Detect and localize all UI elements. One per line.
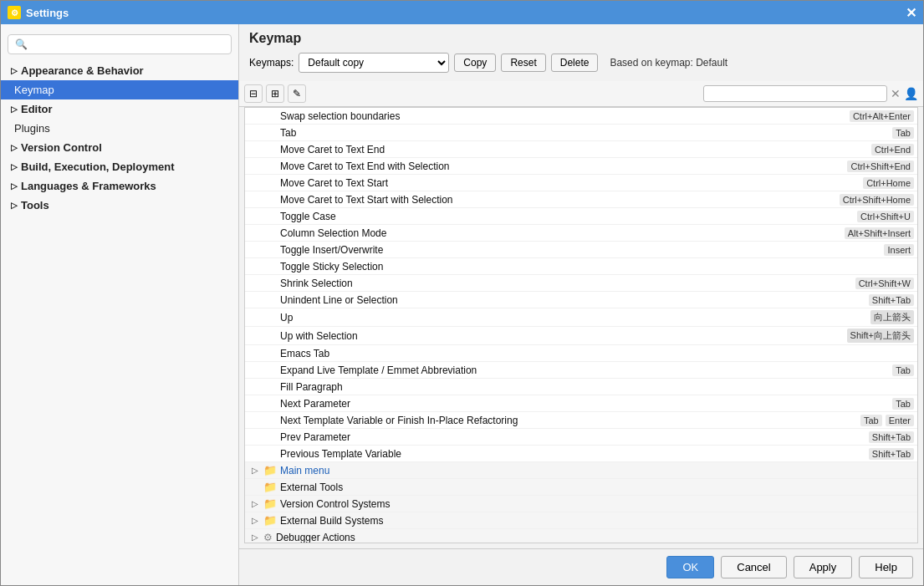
row-label: External Tools <box>280 482 914 493</box>
list-item[interactable]: Previous Template VariableShift+Tab <box>245 446 917 462</box>
sidebar-search-input[interactable] <box>8 34 232 54</box>
sidebar-item-plugins[interactable]: Plugins <box>1 119 238 138</box>
list-item[interactable]: Emacs Tab <box>245 345 917 362</box>
keymap-select[interactable]: Default copy Default <box>299 53 449 73</box>
shortcut-badge: Tab <box>860 415 882 426</box>
list-item[interactable]: Expand Live Template / Emmet Abbreviatio… <box>245 362 917 379</box>
shortcut-badge: Ctrl+Shift+Home <box>840 194 914 206</box>
bottom-bar: OK Cancel Apply Help <box>239 548 923 585</box>
row-label: Version Control Systems <box>280 498 914 510</box>
row-label: Next Template Variable or Finish In-Plac… <box>280 415 857 426</box>
help-button[interactable]: Help <box>859 556 913 578</box>
list-item[interactable]: Unindent Line or SelectionShift+Tab <box>245 292 917 308</box>
sidebar-item-label: Appearance & Behavior <box>21 64 144 77</box>
folder-icon: 📁 <box>263 481 277 493</box>
list-item[interactable]: ▷📁External Build Systems <box>245 512 917 529</box>
sidebar-item-tools[interactable]: ▷ Tools <box>1 196 238 215</box>
copy-button[interactable]: Copy <box>454 54 496 72</box>
list-item[interactable]: TabTab <box>245 125 917 141</box>
collapse-all-button[interactable]: ⊟ <box>244 84 263 103</box>
sidebar-item-version-control[interactable]: ▷ Version Control <box>1 138 238 157</box>
list-item[interactable]: Toggle Sticky Selection <box>245 258 917 275</box>
search-clear-icon[interactable]: ✕ <box>891 87 901 100</box>
shortcut-badge: Ctrl+Home <box>863 177 914 189</box>
list-item[interactable]: Move Caret to Text End with SelectionCtr… <box>245 158 917 175</box>
search-person-icon[interactable]: 👤 <box>904 87 918 100</box>
list-item[interactable]: Up with SelectionShift+向上箭头 <box>245 327 917 345</box>
sidebar-item-label: Editor <box>21 103 53 115</box>
cancel-button[interactable]: Cancel <box>721 556 786 578</box>
expand-icon[interactable]: ▷ <box>252 516 263 525</box>
action-toolbar: ⊟ ⊞ ✎ ✕ 👤 <box>239 81 923 107</box>
row-label: Swap selection boundaries <box>280 110 846 122</box>
list-item[interactable]: 📁External Tools <box>245 479 917 496</box>
sidebar-item-appearance[interactable]: ▷ Appearance & Behavior <box>1 61 238 80</box>
row-label: Column Selection Mode <box>280 227 841 239</box>
sidebar-item-languages[interactable]: ▷ Languages & Frameworks <box>1 176 238 196</box>
based-on-label: Based on keymap: Default <box>610 57 727 69</box>
row-label: Unindent Line or Selection <box>280 294 865 306</box>
expand-icon[interactable]: ▷ <box>252 532 263 542</box>
main-content: ▷ Appearance & Behavior Keymap ▷ Editor … <box>1 24 923 585</box>
row-label: Tab <box>280 127 889 139</box>
shortcut-badge: Tab <box>892 127 914 139</box>
row-label: Next Parameter <box>280 398 889 410</box>
shortcut-badge: Ctrl+Shift+End <box>847 161 914 172</box>
list-item[interactable]: Fill Paragraph <box>245 379 917 395</box>
shortcut-badge: 向上箭头 <box>870 310 914 324</box>
sidebar-item-label: Plugins <box>14 122 50 135</box>
row-label: Toggle Case <box>280 211 854 222</box>
expand-icon[interactable]: ▷ <box>252 499 263 508</box>
shortcut-badge: Shift+Tab <box>869 294 914 306</box>
list-item[interactable]: Up向上箭头 <box>245 308 917 327</box>
main-panel: Keymap Keymaps: Default copy Default Cop… <box>239 24 923 585</box>
keymap-toolbar: Keymaps: Default copy Default Copy Reset… <box>249 53 913 73</box>
delete-button[interactable]: Delete <box>551 54 599 72</box>
row-label: Emacs Tab <box>280 348 914 359</box>
folder-icon: 📁 <box>263 497 277 510</box>
expand-icon: ▷ <box>11 104 18 114</box>
list-item[interactable]: Toggle Insert/OverwriteInsert <box>245 242 917 258</box>
list-item[interactable]: Move Caret to Text Start with SelectionC… <box>245 191 917 208</box>
row-label: External Build Systems <box>280 515 914 527</box>
expand-icon[interactable]: ▷ <box>252 466 263 475</box>
keymap-search-input[interactable] <box>703 85 887 102</box>
list-item[interactable]: ▷⚙Debugger Actions <box>245 529 917 543</box>
apply-button[interactable]: Apply <box>794 556 853 578</box>
sidebar-item-label: Version Control <box>21 141 102 154</box>
list-item[interactable]: Next ParameterTab <box>245 395 917 412</box>
list-item[interactable]: Move Caret to Text EndCtrl+End <box>245 141 917 158</box>
sidebar: ▷ Appearance & Behavior Keymap ▷ Editor … <box>1 24 239 585</box>
edit-shortcuts-button[interactable]: ✎ <box>288 84 306 103</box>
row-label: Prev Parameter <box>280 431 865 443</box>
list-item[interactable]: Move Caret to Text StartCtrl+Home <box>245 175 917 191</box>
search-area: ✕ 👤 <box>703 85 918 102</box>
expand-all-button[interactable]: ⊞ <box>266 84 284 103</box>
list-item[interactable]: Column Selection ModeAlt+Shift+Insert <box>245 225 917 242</box>
row-label: Shrink Selection <box>280 278 852 289</box>
reset-button[interactable]: Reset <box>501 54 545 72</box>
shortcut-badge: Enter <box>886 415 914 426</box>
list-item[interactable]: Next Template Variable or Finish In-Plac… <box>245 412 917 429</box>
row-label: Up with Selection <box>280 330 844 342</box>
list-item[interactable]: Swap selection boundariesCtrl+Alt+Enter <box>245 108 917 125</box>
sidebar-item-build[interactable]: ▷ Build, Execution, Deployment <box>1 157 238 176</box>
expand-icon: ▷ <box>11 143 18 152</box>
sidebar-item-label: Keymap <box>14 84 54 96</box>
list-item[interactable]: ▷📁Main menu <box>245 462 917 479</box>
shortcut-badge: Ctrl+End <box>871 144 914 155</box>
gear-icon: ⚙ <box>263 532 273 543</box>
list-item[interactable]: Toggle CaseCtrl+Shift+U <box>245 208 917 225</box>
row-label: Toggle Sticky Selection <box>280 261 914 273</box>
sidebar-item-editor[interactable]: ▷ Editor <box>1 99 238 119</box>
shortcut-badge: Tab <box>892 364 914 376</box>
ok-button[interactable]: OK <box>666 556 714 578</box>
sidebar-item-keymap[interactable]: Keymap <box>1 80 238 99</box>
sidebar-item-label: Languages & Frameworks <box>21 180 156 192</box>
row-label: Up <box>280 312 867 324</box>
list-item[interactable]: Shrink SelectionCtrl+Shift+W <box>245 275 917 292</box>
close-button[interactable]: ✕ <box>906 5 916 21</box>
list-item[interactable]: ▷📁Version Control Systems <box>245 496 917 512</box>
expand-icon: ▷ <box>11 66 18 75</box>
list-item[interactable]: Prev ParameterShift+Tab <box>245 429 917 446</box>
